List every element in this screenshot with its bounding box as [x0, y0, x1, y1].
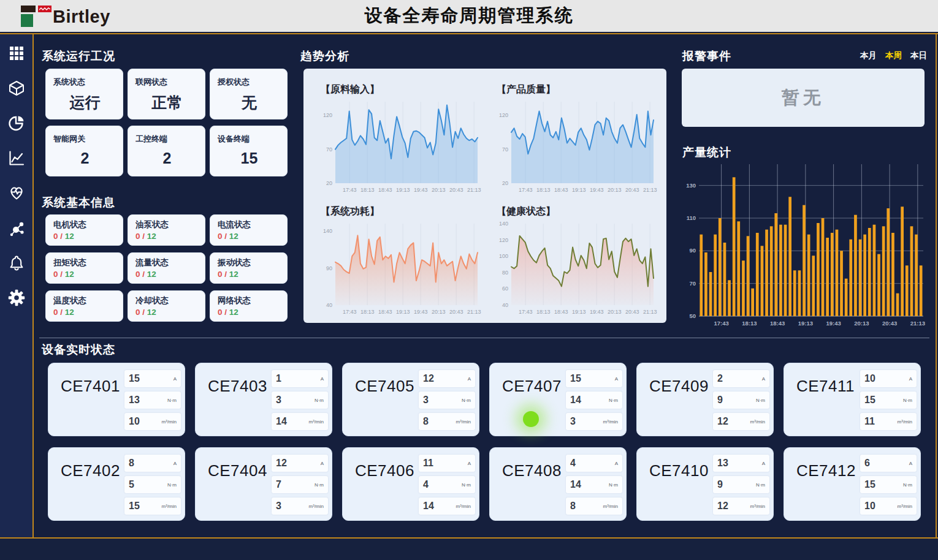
- alarm-tab[interactable]: 本周: [885, 50, 902, 61]
- device-metric-row: 3 N·m: [419, 392, 475, 409]
- frame-line-bottom: [0, 537, 938, 539]
- alarm-tab[interactable]: 本日: [910, 50, 927, 61]
- device-name: CE7411: [796, 377, 855, 396]
- device-metric-value: 3: [423, 395, 429, 406]
- device-metric-row: 1 A: [272, 370, 328, 387]
- device-metric-unit: A: [468, 376, 471, 382]
- molecule-icon[interactable]: [7, 219, 26, 237]
- device-card-ce7402[interactable]: CE7402 8 A 5 N·m 15 m³/min: [48, 447, 185, 521]
- page-title: 设备全寿命周期管理系统: [0, 4, 938, 28]
- device-card-ce7412[interactable]: CE7412 6 A 15 N·m 10 m³/min: [784, 447, 921, 521]
- svg-text:100: 100: [499, 253, 508, 259]
- device-metric-value: 3: [276, 395, 281, 406]
- device-metric-row: 12 m³/min: [713, 413, 769, 430]
- device-metric-value: 7: [276, 479, 281, 490]
- cube-icon[interactable]: [7, 79, 26, 97]
- info-card: 温度状态 0 / 12: [45, 290, 123, 322]
- device-name: CE7403: [208, 377, 267, 396]
- device-metric-unit: A: [909, 461, 912, 466]
- info-card: 冷却状态 0 / 12: [128, 290, 205, 322]
- device-metric-value: 14: [570, 395, 581, 406]
- device-card-ce7406[interactable]: CE7406 11 A 4 N·m 14 m³/min: [342, 447, 479, 521]
- device-metric-unit: m³/min: [750, 419, 765, 425]
- info-card-label: 网络状态: [218, 295, 281, 306]
- svg-text:70: 70: [502, 146, 508, 153]
- info-card-count: 0 / 12: [53, 232, 116, 241]
- device-metric-value: 13: [129, 395, 140, 406]
- svg-text:21:13: 21:13: [467, 187, 481, 193]
- svg-text:20:43: 20:43: [449, 309, 463, 315]
- device-card-ce7409[interactable]: CE7409 2 A 9 N·m 12 m³/min: [636, 363, 774, 436]
- device-card-ce7403[interactable]: CE7403 1 A 3 N·m 14 m³/min: [195, 363, 332, 436]
- svg-text:18:43: 18:43: [554, 309, 568, 315]
- device-metric-unit: A: [762, 461, 765, 466]
- device-metric-rows: 13 A 9 N·m 12 m³/min: [713, 455, 769, 515]
- device-card-ce7404[interactable]: CE7404 12 A 7 N·m 3 m³/min: [195, 447, 332, 521]
- svg-text:17:43: 17:43: [343, 187, 357, 193]
- device-metric-unit: m³/min: [603, 504, 618, 509]
- trend-chart-title: 【健康状态】: [497, 205, 659, 218]
- status-card: 联网状态 正常: [128, 69, 205, 119]
- device-card-ce7411[interactable]: CE7411 10 A 15 N·m 11 m³/min: [784, 363, 921, 436]
- device-metric-rows: 1 A 3 N·m 14 m³/min: [272, 370, 328, 430]
- device-card-ce7401[interactable]: CE7401 15 A 13 N·m 10 m³/min: [48, 363, 185, 436]
- device-card-ce7405[interactable]: CE7405 12 A 3 N·m 8 m³/min: [342, 363, 479, 436]
- section-title-trend: 趋势分析: [300, 48, 349, 64]
- device-metric-unit: A: [615, 461, 618, 466]
- svg-text:120: 120: [499, 112, 508, 118]
- device-metric-row: 10 m³/min: [860, 498, 917, 515]
- svg-text:60: 60: [502, 286, 508, 292]
- line-chart-icon[interactable]: [7, 149, 26, 167]
- section-title-production: 产量统计: [682, 145, 731, 161]
- svg-text:18:43: 18:43: [378, 187, 392, 193]
- status-card-value: 正常: [135, 93, 199, 113]
- svg-text:50: 50: [689, 312, 696, 319]
- svg-text:18:43: 18:43: [554, 187, 568, 193]
- device-metric-value: 13: [717, 458, 728, 469]
- device-metric-value: 9: [717, 479, 723, 490]
- svg-text:19:13: 19:13: [572, 187, 586, 193]
- device-metric-unit: m³/min: [309, 504, 324, 509]
- pie-chart-icon[interactable]: [7, 114, 26, 132]
- svg-text:19:13: 19:13: [572, 309, 586, 315]
- system-info-cards: 电机状态 0 / 12油泵状态 0 / 12电流状态 0 / 12扭矩状态 0 …: [45, 214, 287, 322]
- device-card-ce7407[interactable]: CE7407 15 A 14 N·m 3 m³/min: [489, 363, 627, 436]
- info-card-count: 0 / 12: [135, 232, 199, 241]
- device-metric-value: 3: [570, 416, 576, 427]
- svg-text:19:43: 19:43: [414, 309, 428, 315]
- svg-text:21:13: 21:13: [910, 320, 925, 327]
- app-header: Birtley 设备全寿命周期管理系统: [0, 0, 938, 32]
- info-card-count: 0 / 12: [53, 308, 116, 317]
- info-card-label: 电机状态: [53, 219, 116, 230]
- trend-chart-title: 【原料输入】: [321, 83, 483, 96]
- alarm-tab[interactable]: 本月: [860, 50, 877, 61]
- device-metric-unit: A: [173, 461, 177, 466]
- device-metric-row: 3 m³/min: [566, 413, 622, 430]
- status-card: 系统状态 运行: [45, 69, 123, 119]
- svg-text:17:43: 17:43: [343, 309, 357, 315]
- bell-icon[interactable]: [7, 254, 26, 272]
- device-metric-value: 15: [864, 479, 875, 490]
- device-card-ce7410[interactable]: CE7410 13 A 9 N·m 12 m³/min: [636, 447, 774, 521]
- device-metric-row: 4 N·m: [419, 476, 475, 493]
- health-heart-icon[interactable]: [7, 184, 26, 202]
- svg-text:21:13: 21:13: [467, 309, 481, 315]
- device-metric-row: 13 N·m: [124, 392, 181, 409]
- device-metric-value: 12: [717, 501, 728, 512]
- svg-text:20:43: 20:43: [449, 187, 463, 193]
- device-metric-unit: m³/min: [898, 504, 912, 509]
- device-metric-row: 14 N·m: [566, 392, 622, 409]
- svg-text:20: 20: [502, 180, 508, 186]
- device-metric-unit: N·m: [756, 482, 765, 488]
- device-metric-value: 11: [423, 458, 433, 469]
- device-metric-row: 11 A: [419, 455, 475, 472]
- gear-icon[interactable]: [7, 289, 26, 307]
- trend-chart-grid: 【原料输入】120702017:4318:1318:4319:1319:4320…: [303, 69, 666, 323]
- device-metric-unit: m³/min: [162, 504, 177, 509]
- device-card-ce7408[interactable]: CE7408 4 A 14 N·m 8 m³/min: [489, 447, 627, 521]
- svg-text:20:13: 20:13: [432, 187, 446, 193]
- device-metric-unit: A: [762, 376, 765, 382]
- apps-grid-icon[interactable]: [7, 44, 26, 62]
- status-card-value: 2: [135, 149, 199, 167]
- status-card-value: 2: [53, 149, 116, 167]
